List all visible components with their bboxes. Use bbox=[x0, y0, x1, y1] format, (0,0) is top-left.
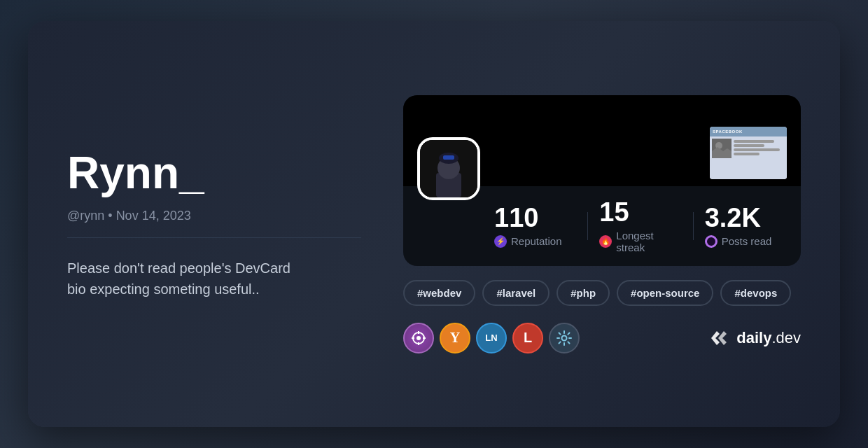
y-badge-letter: Y bbox=[450, 330, 460, 346]
badge-ln: LN bbox=[476, 323, 507, 354]
reputation-label: ⚡ Reputation bbox=[494, 235, 576, 248]
bio: Please don't read people's DevCard bio e… bbox=[67, 258, 361, 300]
brand-text: daily.dev bbox=[736, 329, 801, 347]
bio-line1: Please don't read people's DevCard bbox=[67, 258, 361, 279]
tag-webdev[interactable]: #webdev bbox=[403, 280, 475, 306]
ln-badge-letter: LN bbox=[485, 332, 497, 343]
stat-sep-1 bbox=[587, 212, 588, 240]
handle-date: @rynn • Nov 14, 2023 bbox=[67, 209, 361, 223]
streak-label: 🔥 Longest streak bbox=[599, 230, 681, 253]
badges-row: Y LN L bbox=[403, 323, 580, 354]
tag-open-source[interactable]: #open-source bbox=[617, 280, 713, 306]
streak-value: 15 bbox=[599, 199, 681, 225]
brand-logo: daily.dev bbox=[707, 328, 801, 348]
svg-point-8 bbox=[416, 336, 421, 340]
screenshot-title: SPACEBOOK bbox=[713, 130, 743, 134]
join-date: Nov 14, 2023 bbox=[116, 209, 191, 223]
svg-rect-4 bbox=[443, 155, 454, 160]
right-section: SPACEBOOK bbox=[403, 95, 801, 354]
reputation-icon: ⚡ bbox=[494, 235, 507, 248]
l-badge-letter: L bbox=[524, 330, 532, 346]
handle: @rynn bbox=[67, 209, 104, 223]
posts-label: Posts read bbox=[705, 235, 787, 248]
badge-l: L bbox=[512, 323, 543, 354]
stat-posts: 3.2K Posts read bbox=[705, 204, 787, 248]
bio-line2: bio expecting someting useful.. bbox=[67, 279, 361, 300]
bottom-row: Y LN L bbox=[403, 323, 801, 354]
avatar bbox=[417, 137, 480, 200]
tag-php[interactable]: #php bbox=[556, 280, 610, 306]
svg-point-13 bbox=[562, 335, 567, 340]
posts-icon bbox=[705, 235, 718, 248]
username: Rynn_ bbox=[67, 148, 361, 197]
banner-screenshot: SPACEBOOK bbox=[710, 127, 787, 179]
badge-y: Y bbox=[440, 323, 470, 354]
divider bbox=[67, 237, 361, 238]
tag-laravel[interactable]: #laravel bbox=[482, 280, 550, 306]
posts-value: 3.2K bbox=[705, 204, 787, 231]
reputation-value: 110 bbox=[494, 204, 576, 231]
profile-card: SPACEBOOK bbox=[403, 95, 801, 266]
stat-streak: 15 🔥 Longest streak bbox=[599, 199, 681, 253]
banner: SPACEBOOK bbox=[403, 95, 801, 186]
devcard: Rynn_ @rynn • Nov 14, 2023 Please don't … bbox=[28, 21, 840, 427]
stat-reputation: 110 ⚡ Reputation bbox=[494, 204, 576, 248]
left-section: Rynn_ @rynn • Nov 14, 2023 Please don't … bbox=[67, 148, 361, 300]
brand-logo-icon bbox=[707, 328, 732, 348]
tags-section: #webdev #laravel #php #open-source #devo… bbox=[403, 280, 801, 306]
badge-gear bbox=[549, 323, 580, 354]
avatar-image bbox=[420, 140, 477, 197]
badge-crosshair bbox=[403, 323, 434, 354]
screenshot-titlebar: SPACEBOOK bbox=[710, 127, 787, 136]
stat-sep-2 bbox=[693, 212, 694, 240]
tag-devops[interactable]: #devops bbox=[720, 280, 791, 306]
streak-icon: 🔥 bbox=[599, 235, 612, 248]
